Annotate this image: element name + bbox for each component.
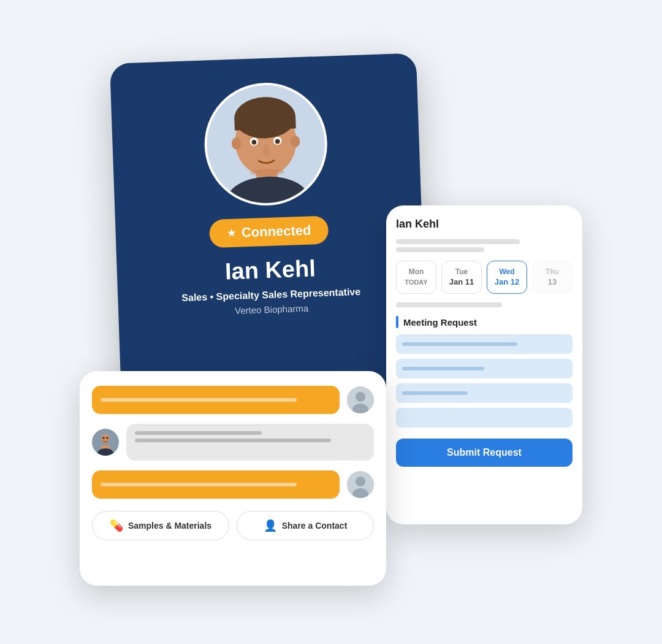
tue-label: Tue <box>446 267 477 276</box>
field-line-3 <box>402 391 468 395</box>
mon-label: Mon <box>400 267 432 276</box>
connected-label: Connected <box>241 223 311 241</box>
chat-bubble-orange-1 <box>92 386 340 414</box>
chat-avatar-person <box>92 429 119 456</box>
person-role: Sales • Specialty Sales Representative <box>181 286 360 304</box>
person-avatar-icon <box>92 429 119 456</box>
submit-request-button[interactable]: Submit Request <box>396 439 573 467</box>
calendar-divider-lines <box>396 302 573 307</box>
field-line-1 <box>402 342 517 346</box>
chat-action-buttons: 💊 Samples & Materials 👤 Share a Contact <box>92 511 374 540</box>
meeting-header: Meeting Request <box>396 316 573 328</box>
share-contact-button[interactable]: 👤 Share a Contact <box>237 511 374 540</box>
bubble-line-2a <box>135 431 262 435</box>
meeting-field-2[interactable] <box>396 359 573 378</box>
chat-avatar-1 <box>347 386 374 413</box>
avatar-image <box>205 83 327 205</box>
field-line-2 <box>402 367 484 370</box>
bubble-line-1 <box>101 398 297 402</box>
chat-bubble-orange-2 <box>92 470 340 499</box>
thu-num: 13 <box>536 277 568 286</box>
avatar <box>202 81 329 208</box>
samples-materials-button[interactable]: 💊 Samples & Materials <box>92 511 229 540</box>
day-selector: Mon TODAY Tue Jan 11 Wed Jan 12 Thu 13 <box>396 261 573 294</box>
svg-point-14 <box>356 392 365 402</box>
meeting-field-1[interactable] <box>396 334 573 354</box>
person-name: Ian Kehl <box>224 255 316 285</box>
subtitle-line-1 <box>396 239 520 244</box>
bubble-line-2b <box>135 439 331 442</box>
calendar-person-name: Ian Kehl <box>396 218 573 231</box>
share-label: Share a Contact <box>282 521 348 531</box>
chat-bubble-gray <box>126 424 374 461</box>
user-icon-3 <box>347 471 374 498</box>
divider-line-1 <box>396 302 502 307</box>
svg-point-20 <box>102 437 105 439</box>
meeting-stripe-icon <box>396 316 398 328</box>
meeting-field-3[interactable] <box>396 383 573 403</box>
chat-avatar-3 <box>347 471 374 498</box>
day-wednesday[interactable]: Wed Jan 12 <box>487 261 527 294</box>
user-icon-1 <box>347 386 374 413</box>
star-icon: ★ <box>227 226 237 240</box>
today-label: TODAY <box>405 278 427 286</box>
svg-point-21 <box>106 437 108 439</box>
person-share-icon: 👤 <box>264 519 277 532</box>
day-thursday[interactable]: Thu 13 <box>532 261 573 294</box>
meeting-form-fields <box>396 334 573 427</box>
chat-card: 💊 Samples & Materials 👤 Share a Contact <box>80 371 386 586</box>
meeting-request-section: Meeting Request <box>396 316 573 427</box>
svg-rect-5 <box>234 117 295 131</box>
pill-icon: 💊 <box>110 519 123 532</box>
day-tuesday[interactable]: Tue Jan 11 <box>441 261 482 294</box>
meeting-field-4[interactable] <box>396 408 573 427</box>
wed-label: Wed <box>491 267 523 276</box>
tue-num: Jan 11 <box>446 277 477 286</box>
calendar-subtitle <box>396 239 573 252</box>
bubble-line-3 <box>101 483 297 486</box>
chat-message-2 <box>92 424 374 461</box>
calendar-card: Ian Kehl Mon TODAY Tue Jan 11 Wed Jan 12… <box>386 205 582 524</box>
svg-point-23 <box>356 477 365 486</box>
day-monday[interactable]: Mon TODAY <box>396 261 436 294</box>
subtitle-line-2 <box>396 247 484 252</box>
chat-message-1 <box>92 386 374 414</box>
meeting-title: Meeting Request <box>403 317 477 328</box>
connected-badge[interactable]: ★ Connected <box>209 216 329 248</box>
chat-message-3 <box>92 470 374 499</box>
samples-label: Samples & Materials <box>128 521 211 531</box>
wed-num: Jan 12 <box>491 277 523 286</box>
person-company: Verteo Biopharma <box>235 303 309 316</box>
scene-container: ★ Connected Ian Kehl Sales • Specialty S… <box>80 58 582 586</box>
thu-label: Thu <box>536 267 568 276</box>
